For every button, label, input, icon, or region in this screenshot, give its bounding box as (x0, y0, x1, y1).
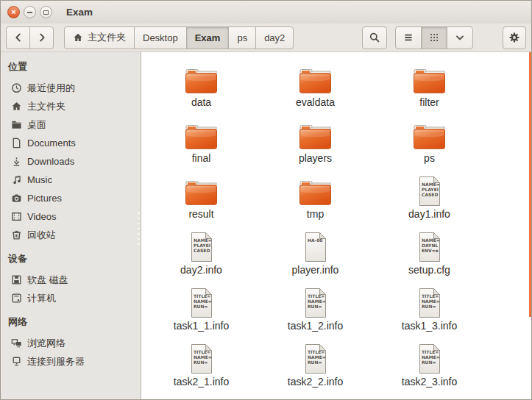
grid-icon (428, 32, 440, 43)
folder-tmp[interactable]: tmp (258, 174, 372, 230)
file-name: data (191, 96, 211, 108)
sidebar-item-计算机[interactable]: 计算机 (1, 289, 141, 307)
view-options-dropdown[interactable] (447, 26, 473, 49)
home-icon (10, 101, 22, 113)
svg-text:RUN=: RUN= (308, 360, 322, 365)
file-name: evaldata (296, 96, 335, 108)
sidebar-item-Music[interactable]: Music (1, 171, 141, 189)
network-icon (10, 338, 22, 349)
sidebar-item-label: Downloads (27, 156, 74, 167)
file-name: result (188, 208, 213, 220)
back-button[interactable] (6, 26, 30, 49)
sidebar-section-header: 位置 (1, 52, 141, 79)
sidebar-item-软盘 磁盘[interactable]: 软盘 磁盘 (1, 271, 141, 289)
breadcrumb-item-ps[interactable]: ps (228, 26, 256, 49)
svg-text:NAME=: NAME= (194, 238, 212, 243)
sidebar-item-Videos[interactable]: Videos (1, 207, 141, 226)
sidebar-item-浏览网络[interactable]: 浏览网络 (1, 334, 141, 352)
home-icon (73, 32, 83, 43)
sidebar-section-header: 设备 (1, 244, 141, 271)
toolbar: 主文件夹DesktopExampsday2 (1, 24, 531, 52)
scrollbar-thumb[interactable] (529, 52, 531, 317)
breadcrumb: 主文件夹DesktopExampsday2 (64, 26, 294, 49)
file-name: ps (424, 152, 435, 164)
file-task1_1.info[interactable]: TITLE=NAME=RUN=task1_1.info (144, 286, 258, 342)
breadcrumb-label: 主文件夹 (88, 31, 126, 44)
grid-view-button[interactable] (421, 26, 447, 49)
svg-text:RUN=: RUN= (194, 304, 208, 309)
breadcrumb-label: Desktop (143, 32, 178, 43)
folder-evaldata[interactable]: evaldata (258, 63, 372, 118)
file-name: filter (419, 96, 439, 108)
svg-text:NAME=: NAME= (422, 354, 440, 360)
sidebar-item-主文件夹[interactable]: 主文件夹 (1, 97, 141, 115)
download-icon (10, 156, 22, 168)
sidebar: 位置最近使用的主文件夹桌面DocumentsDownloadsMusicPict… (1, 52, 141, 399)
forward-button[interactable] (29, 26, 54, 49)
file-setup.cfg[interactable]: NAME=DAYNLENV=esetup.cfg (372, 230, 486, 286)
maximize-icon (43, 10, 49, 15)
sidebar-item-label: 浏览网络 (27, 337, 65, 350)
folder-filter[interactable]: filter (372, 63, 486, 118)
breadcrumb-label: Exam (195, 32, 221, 43)
music-icon (10, 174, 22, 186)
menu-button[interactable] (503, 26, 526, 49)
text-file-icon: TITLE=NAME=RUN= (417, 288, 442, 318)
minimize-button[interactable] (24, 6, 36, 18)
file-day2.info[interactable]: NAME=PLAYEICASEDday2.info (144, 230, 258, 286)
folder-ps[interactable]: ps (372, 118, 486, 174)
search-icon (369, 32, 380, 43)
list-icon (402, 32, 414, 43)
svg-text:NAME=: NAME= (422, 238, 440, 243)
svg-text:CASED: CASED (422, 192, 438, 197)
breadcrumb-item-Desktop[interactable]: Desktop (134, 26, 187, 49)
sidebar-item-label: 桌面 (27, 118, 46, 132)
folder-data[interactable]: data (144, 63, 258, 118)
folder-players[interactable]: players (258, 118, 372, 174)
folder-icon (298, 64, 333, 95)
sidebar-item-label: 连接到服务器 (27, 355, 85, 368)
folder-icon (298, 176, 333, 207)
folder-icon (298, 120, 333, 151)
file-task2_1.info[interactable]: TITLE=NAME=RUN=task2_1.info (144, 342, 258, 398)
file-name: task1_2.info (288, 320, 344, 332)
sidebar-item-label: 软盘 磁盘 (27, 274, 68, 287)
sidebar-item-Pictures[interactable]: Pictures (1, 189, 141, 207)
file-name: day2.info (180, 264, 222, 276)
file-name: day1.info (408, 208, 450, 220)
sidebar-item-Downloads[interactable]: Downloads (1, 152, 141, 171)
sidebar-item-桌面[interactable]: 桌面 (1, 115, 141, 134)
text-file-icon: NAME=PLAYEICASED (417, 176, 442, 207)
maximize-button[interactable] (40, 6, 52, 18)
breadcrumb-item-Exam[interactable]: Exam (186, 26, 230, 49)
trash-icon (10, 229, 22, 241)
search-button[interactable] (362, 26, 387, 49)
file-task1_2.info[interactable]: TITLE=NAME=RUN=task1_2.info (258, 286, 372, 342)
svg-text:DAYNL: DAYNL (422, 243, 438, 248)
folder-icon (10, 119, 22, 131)
svg-text:NAME=: NAME= (308, 354, 326, 360)
sidebar-item-Documents[interactable]: Documents (1, 134, 141, 152)
svg-text:NAME=: NAME= (422, 299, 440, 304)
file-player.info[interactable]: HA-00player.info (258, 230, 372, 286)
close-button[interactable]: × (7, 6, 20, 18)
sidebar-item-回收站[interactable]: 回收站 (1, 226, 141, 244)
svg-text:TITLE=: TITLE= (422, 293, 439, 299)
sidebar-item-连接到服务器[interactable]: 连接到服务器 (1, 352, 141, 371)
folder-result[interactable]: result (144, 174, 258, 230)
breadcrumb-label: ps (237, 32, 247, 43)
sidebar-item-最近使用的[interactable]: 最近使用的 (1, 79, 141, 97)
pane-resize-handle[interactable] (138, 213, 140, 245)
sidebar-item-label: Pictures (27, 193, 62, 204)
svg-text:CASED: CASED (194, 248, 210, 253)
file-task1_3.info[interactable]: TITLE=NAME=RUN=task1_3.info (372, 286, 486, 342)
list-view-button[interactable] (395, 26, 422, 49)
file-task2_2.info[interactable]: TITLE=NAME=RUN=task2_2.info (258, 342, 372, 398)
svg-text:TITLE=: TITLE= (194, 349, 210, 354)
breadcrumb-item-day2[interactable]: day2 (255, 26, 294, 49)
file-day1.info[interactable]: NAME=PLAYEICASEDday1.info (372, 174, 486, 230)
breadcrumb-item-主文件夹[interactable]: 主文件夹 (64, 26, 135, 49)
file-task2_3.info[interactable]: TITLE=NAME=RUN=task2_3.info (372, 342, 486, 398)
file-name: task2_3.info (402, 376, 458, 388)
folder-final[interactable]: final (144, 118, 258, 174)
